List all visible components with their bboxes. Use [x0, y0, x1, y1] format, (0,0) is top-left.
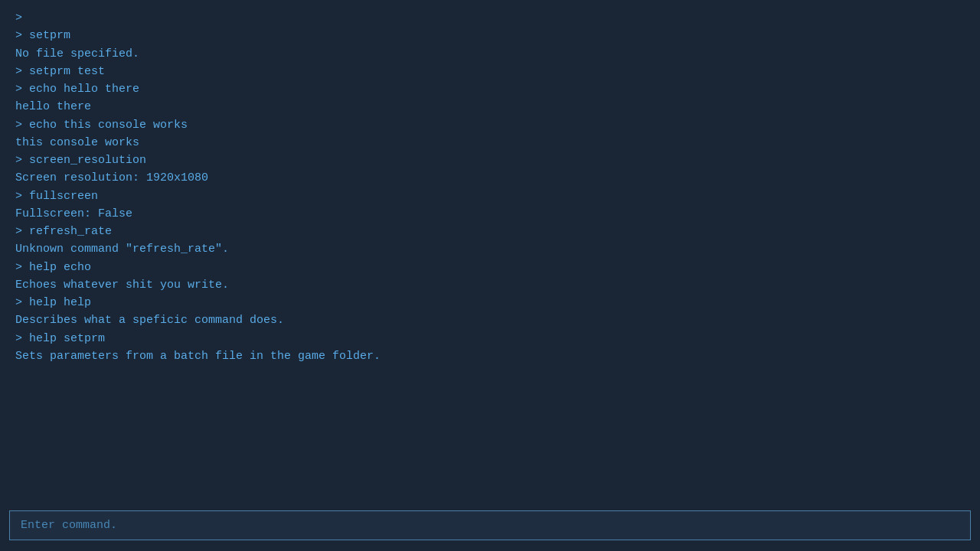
command-input[interactable] [21, 519, 959, 532]
output-line: Screen resolution: 1920x1080 [15, 169, 965, 187]
command-line: > screen_resolution [15, 152, 965, 169]
command-line: > [15, 9, 965, 27]
output-line: Fullscreen: False [15, 205, 965, 223]
command-line: > refresh_rate [15, 223, 965, 240]
command-line: > fullscreen [15, 187, 965, 205]
command-line: > setprm [15, 27, 965, 44]
console-output: > > setprmNo file specified.> setprm tes… [0, 0, 980, 504]
output-line: No file specified. [15, 45, 965, 63]
input-bar[interactable] [9, 510, 971, 540]
output-line: Sets parameters from a batch file in the… [15, 347, 965, 365]
command-line: > echo hello there [15, 80, 965, 98]
command-line: > echo this console works [15, 116, 965, 134]
command-line: > help setprm [15, 330, 965, 347]
output-line: hello there [15, 98, 965, 116]
output-line: Echoes whatever shit you write. [15, 276, 965, 294]
output-line: Describes what a speficic command does. [15, 311, 965, 329]
command-line: > help help [15, 294, 965, 311]
output-line: Unknown command "refresh_rate". [15, 240, 965, 258]
output-line: this console works [15, 134, 965, 152]
command-line: > setprm test [15, 63, 965, 80]
command-line: > help echo [15, 259, 965, 276]
